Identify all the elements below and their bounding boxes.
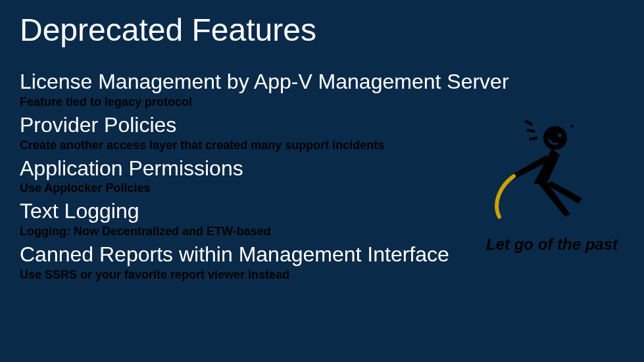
graphic-caption: Let go of the past xyxy=(486,235,618,254)
svg-point-0 xyxy=(543,126,567,150)
feature-desc: Feature tied to legacy protocol xyxy=(20,95,624,109)
slide-title: Deprecated Features xyxy=(20,12,316,48)
feature-item: License Management by App-V Management S… xyxy=(20,70,624,109)
svg-line-3 xyxy=(527,130,535,131)
svg-point-1 xyxy=(558,133,562,137)
feature-desc: Use SSRS or your favorite report viewer … xyxy=(20,268,624,282)
svg-point-5 xyxy=(570,125,573,127)
svg-line-4 xyxy=(530,138,537,139)
let-go-graphic xyxy=(486,118,598,230)
feature-heading: License Management by App-V Management S… xyxy=(20,70,624,94)
svg-line-2 xyxy=(526,121,532,125)
